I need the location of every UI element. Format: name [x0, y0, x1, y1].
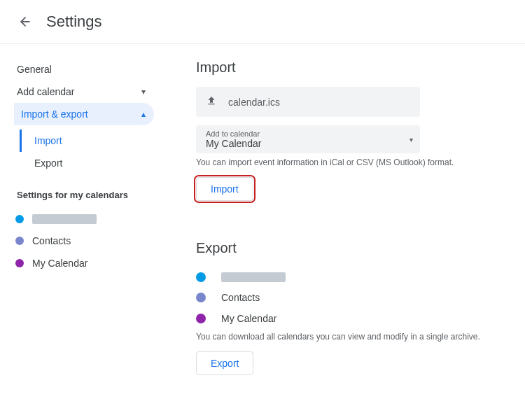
calendar-label: My Calendar: [32, 258, 88, 269]
sidebar-calendar-item[interactable]: Contacts: [14, 230, 175, 252]
calendar-label: My Calendar: [221, 313, 276, 324]
select-label: Add to calendar: [206, 130, 410, 138]
sidebar-item-label: Add calendar: [17, 86, 75, 97]
button-label: Export: [211, 358, 239, 369]
sidebar-subitem-label: Export: [34, 158, 62, 169]
sidebar-item-import-export[interactable]: Import & export ▴: [14, 103, 154, 125]
back-arrow-icon[interactable]: [17, 13, 34, 30]
sidebar-subitem-label: Import: [34, 135, 62, 146]
calendar-label: Contacts: [221, 292, 260, 303]
sidebar-calendars-heading: Settings for my calendars: [17, 190, 175, 200]
sidebar-subitem-export[interactable]: Export: [20, 152, 175, 174]
sidebar-calendar-item[interactable]: [14, 209, 175, 230]
calendar-color-dot: [15, 215, 24, 223]
sidebar-item-general[interactable]: General: [14, 58, 154, 80]
chevron-down-icon: ▾: [410, 136, 413, 144]
chevron-down-icon: ▾: [141, 87, 146, 97]
sidebar-subitem-import[interactable]: Import: [20, 130, 175, 152]
chevron-up-icon: ▴: [141, 109, 146, 119]
calendar-color-dot: [196, 272, 206, 282]
file-picker[interactable]: calendar.ics: [196, 87, 420, 117]
export-calendar-item: [196, 267, 518, 287]
header: Settings: [0, 0, 525, 44]
import-button[interactable]: Import: [196, 177, 253, 201]
sidebar: General Add calendar ▾ Import & export ▴…: [0, 44, 175, 375]
sidebar-subitems: Import Export: [20, 130, 175, 174]
upload-icon: [206, 95, 217, 108]
calendar-color-dot: [15, 259, 24, 267]
export-button[interactable]: Export: [196, 351, 253, 375]
calendar-color-dot: [15, 237, 24, 245]
sidebar-item-label: Import & export: [21, 108, 88, 120]
button-label: Import: [211, 183, 239, 195]
import-hint: You can import event information in iCal…: [196, 158, 518, 167]
calendar-label-redacted: [32, 214, 97, 224]
export-hint: You can download all calendars you can v…: [196, 332, 518, 342]
calendar-select[interactable]: Add to calendar My Calendar ▾: [196, 125, 420, 153]
import-section: Import calendar.ics Add to calendar My C…: [196, 59, 518, 201]
import-title: Import: [196, 59, 518, 76]
page-title: Settings: [46, 13, 102, 31]
calendar-color-dot: [196, 314, 206, 323]
calendar-label: Contacts: [32, 235, 71, 246]
export-calendar-item: Contacts: [196, 287, 518, 308]
select-value: My Calendar: [206, 138, 410, 149]
file-name: calendar.ics: [228, 97, 280, 108]
sidebar-calendar-item[interactable]: My Calendar: [14, 252, 175, 274]
calendar-color-dot: [196, 293, 206, 302]
main-content: Import calendar.ics Add to calendar My C…: [175, 44, 525, 375]
calendar-label-redacted: [221, 272, 286, 282]
export-section: Export Contacts My Calendar You can down…: [196, 240, 518, 375]
export-title: Export: [196, 240, 518, 256]
sidebar-item-add-calendar[interactable]: Add calendar ▾: [14, 80, 154, 103]
sidebar-item-label: General: [17, 64, 52, 75]
export-calendar-item: My Calendar: [196, 308, 518, 329]
